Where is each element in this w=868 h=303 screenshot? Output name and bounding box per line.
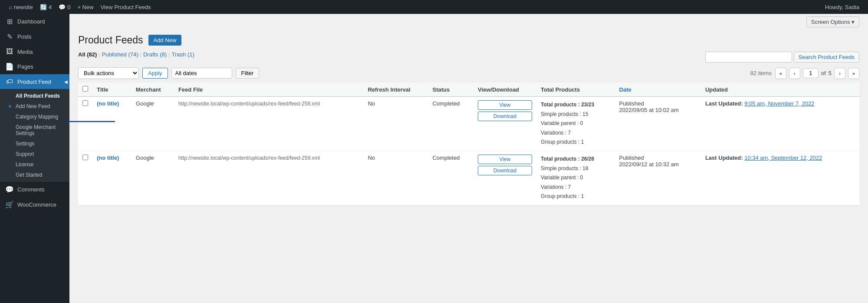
row-checkbox-cell (78, 151, 92, 205)
table-row: (no title) Google http://newsite.local/w… (78, 97, 859, 151)
sidebar-item-woocommerce[interactable]: 🛒 WooCommerce (0, 197, 69, 212)
search-wrap: Search Product Feeds (705, 52, 859, 63)
row-status-cell: Completed (428, 97, 473, 151)
submenu-support[interactable]: Support (0, 149, 69, 159)
download-button[interactable]: Download (478, 112, 532, 121)
sidebar-item-pages[interactable]: 📄 Pages (0, 59, 69, 74)
filter-drafts[interactable]: Drafts (8) (143, 51, 167, 58)
submenu-all-product-feeds[interactable]: All Product Feeds (0, 91, 69, 101)
submenu-license[interactable]: License (0, 159, 69, 170)
variations-val: Variations : 7 (541, 128, 610, 138)
variable-parent-val: Variable parent : 0 (541, 119, 610, 128)
product-feed-submenu: All Product Feeds Add New Feed Category … (0, 89, 69, 182)
last-updated-link[interactable]: 9:05 am, November 7, 2022 (744, 100, 814, 107)
woocommerce-icon: 🛒 (5, 201, 14, 209)
site-home[interactable]: ⌂ newsite (5, 4, 36, 10)
filter-published[interactable]: Published (74) (102, 51, 138, 58)
first-page-btn[interactable]: « (775, 68, 786, 79)
user-greeting[interactable]: Howdy, Sadia (822, 4, 863, 10)
page-of: of (821, 70, 826, 76)
bulk-actions-select[interactable]: Bulk actions (78, 67, 139, 79)
column-merchant: Merchant (132, 82, 174, 97)
sidebar-item-media[interactable]: 🖼 Media (0, 44, 69, 59)
last-updated-label: Last Updated: (705, 100, 743, 107)
updates-count: 4 (49, 4, 52, 10)
sidebar-item-dashboard[interactable]: ⊞ Dashboard (0, 14, 69, 29)
total-products-val: Total products : 26/26 (541, 156, 594, 162)
row-title-link[interactable]: (no title) (97, 100, 119, 107)
last-page-btn[interactable]: » (848, 68, 859, 79)
row-date-cell: Published 2022/09/12 at 10:32 am (615, 151, 701, 205)
dashboard-icon: ⊞ (5, 17, 14, 26)
date-sort-link[interactable]: Date (619, 86, 631, 93)
download-button[interactable]: Download (478, 166, 532, 175)
next-page-btn[interactable]: › (834, 68, 845, 79)
pages-icon: 📄 (5, 63, 14, 71)
row-feed-file-cell: http://newsite.local/wp-content/uploads/… (174, 97, 363, 151)
view-feeds-label: View Product Feeds (101, 4, 151, 10)
submenu-google-merchant[interactable]: Google Merchant Settings (0, 122, 69, 138)
date-filter-select[interactable]: All dates (171, 68, 232, 79)
sidebar-item-product-feed[interactable]: 🏷 Product Feed ◀ (0, 74, 69, 89)
sidebar-item-comments[interactable]: 💬 Comments (0, 182, 69, 197)
column-status: Status (428, 82, 473, 97)
search-input[interactable] (705, 52, 792, 63)
submenu-settings[interactable]: Settings (0, 138, 69, 149)
howdy-text: Howdy, Sadia (825, 4, 859, 10)
admin-bar: ⌂ newsite 🔄 4 💬 0 + New View Product Fee… (0, 0, 868, 14)
comments-btn[interactable]: 💬 0 (55, 4, 74, 10)
sidebar-item-label: Dashboard (17, 18, 45, 25)
row-status-cell: Completed (428, 151, 473, 205)
comments-menu-icon: 💬 (5, 185, 14, 194)
row-view-download-cell: View Download (473, 97, 536, 151)
table-row: (no title) Google http://newsite.local/w… (78, 151, 859, 205)
sidebar-item-label: Pages (17, 63, 33, 70)
updates-icon: 🔄 (40, 4, 47, 10)
prev-page-btn[interactable]: ‹ (789, 68, 800, 79)
column-feed-file: Feed File (174, 82, 363, 97)
row-refresh-interval-cell: No (363, 151, 428, 205)
updates-btn[interactable]: 🔄 4 (36, 4, 55, 10)
view-button[interactable]: View (478, 100, 532, 110)
comments-count: 0 (67, 4, 70, 10)
column-updated: Updated (701, 82, 859, 97)
select-all-checkbox[interactable] (82, 86, 88, 92)
variable-parent-val: Variable parent : 0 (541, 173, 610, 183)
filter-trash[interactable]: Trash (1) (172, 51, 194, 58)
row-title-cell: (no title) (92, 151, 132, 205)
page-number-input[interactable] (803, 68, 819, 78)
view-button[interactable]: View (478, 155, 532, 164)
column-total-products: Total Products (536, 82, 615, 97)
filter-all[interactable]: All (82) (78, 51, 97, 58)
row-checkbox[interactable] (82, 100, 88, 106)
submenu-add-new-feed[interactable]: Add New Feed (0, 101, 69, 112)
media-icon: 🖼 (5, 48, 14, 56)
row-view-download-cell: View Download (473, 151, 536, 205)
group-products-val: Group products : 1 (541, 192, 610, 201)
row-total-products-cell: Total products : 23/23 Simple products :… (536, 97, 615, 151)
column-title: Title (92, 82, 132, 97)
filter-links: All (82) | Published (74) | Drafts (8) |… (78, 51, 194, 58)
sidebar-item-posts[interactable]: ✎ Posts (0, 29, 69, 44)
add-new-button[interactable]: Add New (148, 35, 182, 46)
group-products-val: Group products : 1 (541, 138, 610, 147)
apply-button[interactable]: Apply (142, 68, 168, 79)
filter-button[interactable]: Filter (236, 68, 260, 79)
screen-options-button[interactable]: Screen Options ▾ (806, 16, 859, 27)
submenu-category-mapping[interactable]: Category Mapping (0, 112, 69, 122)
date-status: Published (619, 100, 697, 107)
row-title-link[interactable]: (no title) (97, 155, 119, 161)
last-updated-link[interactable]: 10:34 am, September 12, 2022 (744, 155, 822, 161)
sidebar: ⊞ Dashboard ✎ Posts 🖼 Media 📄 Pages 🏷 Pr… (0, 14, 69, 303)
new-content-btn[interactable]: + New (74, 4, 97, 10)
search-button[interactable]: Search Product Feeds (794, 52, 859, 63)
submenu-get-started[interactable]: Get Started (0, 170, 69, 180)
simple-products-val: Simple products : 15 (541, 110, 610, 119)
posts-icon: ✎ (5, 33, 14, 41)
view-feeds-btn[interactable]: View Product Feeds (97, 4, 155, 10)
row-checkbox[interactable] (82, 155, 88, 160)
sidebar-item-label: Posts (17, 33, 32, 40)
product-feeds-table: Title Merchant Feed File Refresh Interva… (78, 82, 859, 205)
pagination: « ‹ of 5 › » (775, 68, 859, 79)
screen-options-bar: Screen Options ▾ (78, 14, 859, 30)
